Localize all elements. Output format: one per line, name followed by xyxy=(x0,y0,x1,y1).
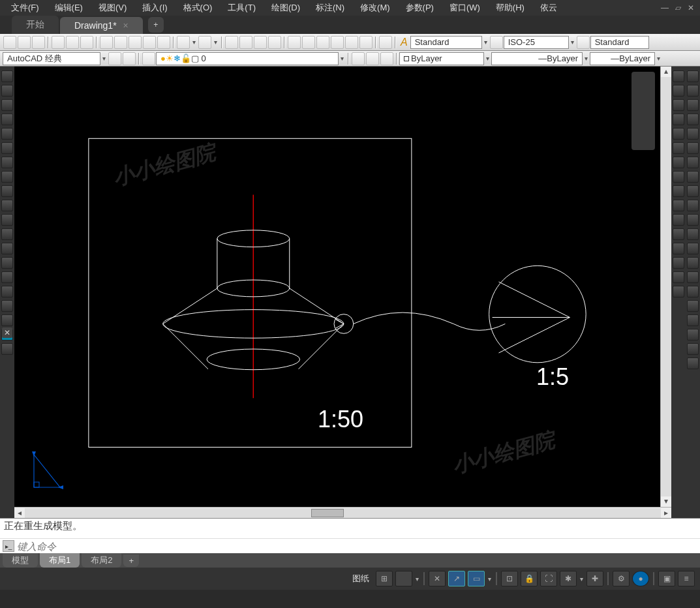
polyline-icon[interactable] xyxy=(1,99,13,111)
dimangular-icon[interactable] xyxy=(687,171,699,183)
centermark-icon[interactable] xyxy=(687,271,699,283)
dropdown-icon[interactable]: ▾ xyxy=(339,55,346,62)
dropdown-icon[interactable]: ▾ xyxy=(482,38,489,46)
block-icon[interactable] xyxy=(1,243,13,254)
move-icon[interactable] xyxy=(673,142,684,154)
grid-icon[interactable]: ⊞ xyxy=(376,571,393,586)
hardware-accel-icon[interactable]: ● xyxy=(632,571,649,586)
line-icon[interactable] xyxy=(1,70,13,82)
quickcalc-icon[interactable] xyxy=(359,36,373,49)
redo-icon[interactable] xyxy=(198,36,211,49)
zoomprev-icon[interactable] xyxy=(268,36,281,49)
dropdown-icon[interactable]: ▾ xyxy=(578,575,585,583)
scroll-down-icon[interactable]: ▾ xyxy=(661,496,671,507)
insert-icon[interactable] xyxy=(1,228,13,240)
linetype-select[interactable]: — ByLayer xyxy=(491,52,583,65)
props-icon[interactable] xyxy=(288,36,301,49)
preview-icon[interactable] xyxy=(66,36,79,49)
menu-modify[interactable]: 修改(M) xyxy=(352,1,398,15)
layout-tab-layout1[interactable]: 布局1 xyxy=(40,553,80,568)
undo-dropdown-icon[interactable]: ▾ xyxy=(190,38,198,46)
gradient-icon[interactable] xyxy=(1,286,13,297)
menu-view[interactable]: 视图(V) xyxy=(91,1,134,15)
menu-insert[interactable]: 插入(I) xyxy=(134,1,175,15)
tab-close-icon[interactable]: × xyxy=(123,20,129,31)
dimbaseline-icon[interactable] xyxy=(687,200,699,211)
table-icon[interactable] xyxy=(1,314,13,326)
revcloud-icon[interactable] xyxy=(1,171,13,183)
dimjogline-icon[interactable] xyxy=(687,300,699,312)
paste-icon[interactable] xyxy=(129,36,142,49)
scale-icon[interactable] xyxy=(673,171,684,183)
dimaligned-icon[interactable] xyxy=(687,85,699,97)
scroll-up-icon[interactable]: ▴ xyxy=(661,67,671,77)
layout-tab-layout2[interactable]: 布局2 xyxy=(82,553,121,568)
annoscale-icon[interactable]: ⛶ xyxy=(540,571,557,586)
layeruniso-icon[interactable] xyxy=(366,52,379,65)
autoadd-icon[interactable]: ✚ xyxy=(586,571,603,586)
dropdown-icon[interactable]: ▾ xyxy=(569,38,576,46)
dimarc-icon[interactable] xyxy=(687,99,699,111)
sheetset-icon[interactable] xyxy=(331,36,344,49)
dimdiameter-icon[interactable] xyxy=(687,157,699,168)
rectangle-icon[interactable] xyxy=(1,128,13,140)
print-icon[interactable] xyxy=(52,36,65,49)
tolerance-icon[interactable] xyxy=(687,257,699,269)
explode-icon[interactable] xyxy=(673,286,684,297)
rotate-icon[interactable] xyxy=(673,157,684,168)
window-restore-icon[interactable]: ▱ xyxy=(672,3,684,13)
command-input[interactable] xyxy=(17,541,697,552)
menu-edit[interactable]: 编辑(E) xyxy=(47,1,91,15)
dimstyle-select[interactable]: ISO-25 xyxy=(504,36,569,49)
drawing-canvas[interactable]: 小小绘图院 小小绘图院 xyxy=(14,67,660,507)
layout-tab-model[interactable]: 模型 xyxy=(3,553,38,568)
dimstyle-mgr-icon[interactable] xyxy=(687,357,699,369)
ortho-icon[interactable]: ▭ xyxy=(468,571,485,586)
lineweight-select[interactable]: — ByLayer xyxy=(590,52,655,65)
dimedit-icon[interactable] xyxy=(687,314,699,326)
copy-obj-icon[interactable] xyxy=(673,85,684,97)
toolpalette-close-icon[interactable]: ✕ xyxy=(2,327,12,338)
polygon-icon[interactable] xyxy=(1,114,13,125)
dropdown-icon[interactable]: ▾ xyxy=(414,575,421,583)
dimlinear-icon[interactable] xyxy=(687,70,699,82)
menu-extra[interactable]: 依云 xyxy=(532,1,565,15)
cut-icon[interactable] xyxy=(100,36,113,49)
designcenter-icon[interactable] xyxy=(302,36,315,49)
dimbreak-icon[interactable] xyxy=(687,243,699,254)
redo-dropdown-icon[interactable]: ▾ xyxy=(212,38,219,46)
layout-tab-add[interactable]: + xyxy=(123,555,139,567)
dimupdate-icon[interactable] xyxy=(687,343,699,355)
menu-draw[interactable]: 绘图(D) xyxy=(264,1,308,15)
ellipse-icon[interactable] xyxy=(1,200,13,211)
menu-help[interactable]: 帮助(H) xyxy=(488,1,532,15)
erase-icon[interactable] xyxy=(673,70,684,82)
snap-icon[interactable] xyxy=(395,571,412,586)
menu-dim[interactable]: 标注(N) xyxy=(308,1,352,15)
dimcont-icon[interactable] xyxy=(687,214,699,226)
chamfer-icon[interactable] xyxy=(673,257,684,269)
menu-file[interactable]: 文件(F) xyxy=(3,1,47,15)
gear-icon[interactable] xyxy=(108,52,121,65)
menu-param[interactable]: 参数(P) xyxy=(398,1,442,15)
dyninput-icon[interactable]: ↗ xyxy=(448,571,465,586)
layer-manager-icon[interactable] xyxy=(142,52,155,65)
circle-icon[interactable] xyxy=(1,157,13,168)
ws-icon[interactable] xyxy=(123,52,136,65)
annovis-icon[interactable]: ✱ xyxy=(560,571,577,586)
layerprev-icon[interactable] xyxy=(380,52,393,65)
spline-icon[interactable] xyxy=(1,185,13,197)
new-tab-button[interactable]: + xyxy=(148,17,164,33)
textstyle-select[interactable]: Standard xyxy=(410,36,482,49)
fillet-icon[interactable] xyxy=(673,271,684,283)
window-close-icon[interactable]: ✕ xyxy=(685,3,697,13)
break-icon[interactable] xyxy=(673,228,684,240)
dropdown-icon[interactable]: ▾ xyxy=(486,575,493,583)
window-minimize-icon[interactable]: — xyxy=(659,3,671,13)
vertical-scrollbar[interactable]: ▴ ▾ xyxy=(660,67,671,507)
match-icon[interactable] xyxy=(143,36,156,49)
markup-icon[interactable] xyxy=(345,36,358,49)
dimtedit-icon[interactable] xyxy=(687,329,699,341)
new-icon[interactable] xyxy=(3,36,16,49)
extend-icon[interactable] xyxy=(673,214,684,226)
